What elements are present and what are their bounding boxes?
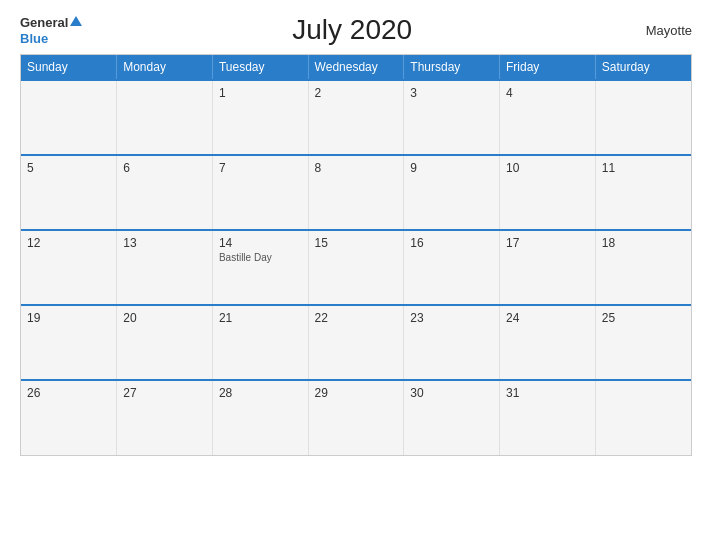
day-number: 16 bbox=[410, 236, 493, 250]
day-number: 11 bbox=[602, 161, 685, 175]
col-wednesday: Wednesday bbox=[308, 55, 404, 80]
calendar-day-cell bbox=[117, 80, 213, 155]
col-thursday: Thursday bbox=[404, 55, 500, 80]
day-number: 6 bbox=[123, 161, 206, 175]
calendar-week-row: 262728293031 bbox=[21, 380, 691, 455]
day-number: 25 bbox=[602, 311, 685, 325]
day-number: 31 bbox=[506, 386, 589, 400]
calendar-day-cell: 13 bbox=[117, 230, 213, 305]
calendar-day-cell: 2 bbox=[308, 80, 404, 155]
calendar-day-cell bbox=[595, 80, 691, 155]
col-tuesday: Tuesday bbox=[212, 55, 308, 80]
day-number: 27 bbox=[123, 386, 206, 400]
calendar-day-cell: 3 bbox=[404, 80, 500, 155]
day-number: 29 bbox=[315, 386, 398, 400]
calendar: Sunday Monday Tuesday Wednesday Thursday… bbox=[20, 54, 692, 456]
calendar-day-cell: 9 bbox=[404, 155, 500, 230]
calendar-table: Sunday Monday Tuesday Wednesday Thursday… bbox=[21, 55, 691, 455]
col-monday: Monday bbox=[117, 55, 213, 80]
day-number: 22 bbox=[315, 311, 398, 325]
day-number: 3 bbox=[410, 86, 493, 100]
logo-bottom-line: Blue bbox=[20, 30, 82, 46]
calendar-day-cell: 7 bbox=[212, 155, 308, 230]
calendar-title: July 2020 bbox=[82, 14, 622, 46]
day-number: 23 bbox=[410, 311, 493, 325]
calendar-day-cell: 12 bbox=[21, 230, 117, 305]
calendar-week-row: 1234 bbox=[21, 80, 691, 155]
calendar-day-cell bbox=[21, 80, 117, 155]
col-friday: Friday bbox=[500, 55, 596, 80]
calendar-day-cell: 10 bbox=[500, 155, 596, 230]
logo-general-text: General bbox=[20, 15, 68, 30]
day-number: 9 bbox=[410, 161, 493, 175]
calendar-day-cell: 17 bbox=[500, 230, 596, 305]
calendar-day-cell: 19 bbox=[21, 305, 117, 380]
calendar-week-row: 19202122232425 bbox=[21, 305, 691, 380]
calendar-day-cell: 24 bbox=[500, 305, 596, 380]
day-number: 7 bbox=[219, 161, 302, 175]
calendar-day-cell: 14Bastille Day bbox=[212, 230, 308, 305]
logo-blue-text: Blue bbox=[20, 31, 48, 46]
day-number: 26 bbox=[27, 386, 110, 400]
day-number: 20 bbox=[123, 311, 206, 325]
col-sunday: Sunday bbox=[21, 55, 117, 80]
calendar-day-cell: 15 bbox=[308, 230, 404, 305]
day-number: 17 bbox=[506, 236, 589, 250]
calendar-day-cell: 31 bbox=[500, 380, 596, 455]
day-number: 21 bbox=[219, 311, 302, 325]
day-number: 4 bbox=[506, 86, 589, 100]
calendar-day-cell: 27 bbox=[117, 380, 213, 455]
calendar-week-row: 567891011 bbox=[21, 155, 691, 230]
day-number: 1 bbox=[219, 86, 302, 100]
calendar-day-cell: 29 bbox=[308, 380, 404, 455]
day-event: Bastille Day bbox=[219, 252, 302, 263]
calendar-day-cell: 16 bbox=[404, 230, 500, 305]
day-number: 12 bbox=[27, 236, 110, 250]
calendar-day-cell: 4 bbox=[500, 80, 596, 155]
day-number: 15 bbox=[315, 236, 398, 250]
calendar-day-cell: 18 bbox=[595, 230, 691, 305]
calendar-day-cell: 23 bbox=[404, 305, 500, 380]
region-label: Mayotte bbox=[622, 23, 692, 38]
day-number: 10 bbox=[506, 161, 589, 175]
calendar-header: General Blue July 2020 Mayotte bbox=[20, 10, 692, 50]
calendar-header-row: Sunday Monday Tuesday Wednesday Thursday… bbox=[21, 55, 691, 80]
calendar-day-cell: 22 bbox=[308, 305, 404, 380]
logo-top-line: General bbox=[20, 14, 82, 30]
day-number: 5 bbox=[27, 161, 110, 175]
day-number: 30 bbox=[410, 386, 493, 400]
calendar-day-cell: 26 bbox=[21, 380, 117, 455]
calendar-day-cell: 1 bbox=[212, 80, 308, 155]
calendar-day-cell: 6 bbox=[117, 155, 213, 230]
day-number: 19 bbox=[27, 311, 110, 325]
day-number: 2 bbox=[315, 86, 398, 100]
calendar-week-row: 121314Bastille Day15161718 bbox=[21, 230, 691, 305]
day-number: 8 bbox=[315, 161, 398, 175]
calendar-day-cell: 28 bbox=[212, 380, 308, 455]
calendar-day-cell bbox=[595, 380, 691, 455]
day-number: 14 bbox=[219, 236, 302, 250]
calendar-day-cell: 30 bbox=[404, 380, 500, 455]
calendar-day-cell: 5 bbox=[21, 155, 117, 230]
day-number: 28 bbox=[219, 386, 302, 400]
day-number: 24 bbox=[506, 311, 589, 325]
calendar-body: 1234567891011121314Bastille Day151617181… bbox=[21, 80, 691, 455]
col-saturday: Saturday bbox=[595, 55, 691, 80]
calendar-day-cell: 21 bbox=[212, 305, 308, 380]
calendar-day-cell: 11 bbox=[595, 155, 691, 230]
logo-triangle-icon bbox=[70, 16, 82, 26]
day-number: 13 bbox=[123, 236, 206, 250]
calendar-day-cell: 25 bbox=[595, 305, 691, 380]
calendar-day-cell: 8 bbox=[308, 155, 404, 230]
logo: General Blue bbox=[20, 14, 82, 46]
calendar-day-cell: 20 bbox=[117, 305, 213, 380]
day-number: 18 bbox=[602, 236, 685, 250]
